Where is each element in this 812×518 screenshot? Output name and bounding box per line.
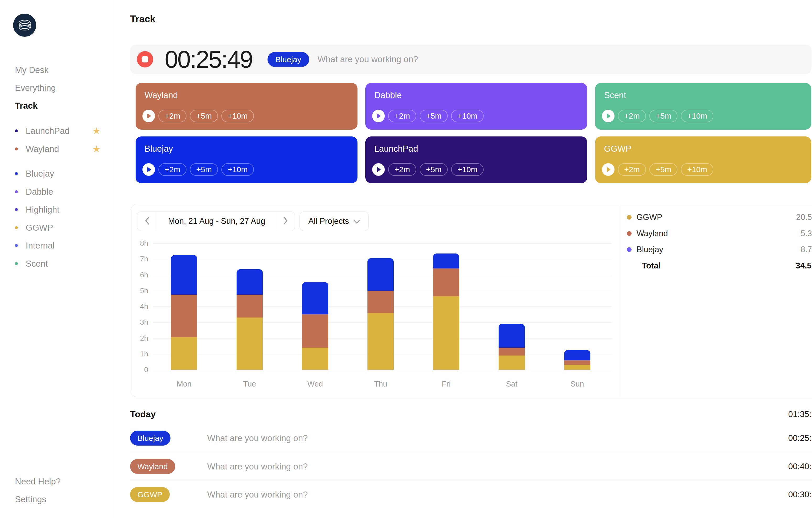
bar-segment-wayland <box>171 295 197 337</box>
play-icon[interactable] <box>372 110 385 122</box>
play-icon[interactable] <box>372 163 385 176</box>
entry-time: 00:25:0 <box>711 424 812 452</box>
entry-description[interactable]: What are you working on? <box>207 424 308 452</box>
sidebar-item-need-help-[interactable]: Need Help? <box>15 472 111 490</box>
quick-card-actions: +2m+5m+10m <box>372 163 484 176</box>
add-5m-chip[interactable]: +5m <box>190 110 218 122</box>
y-axis-tick: 6h <box>131 271 148 279</box>
sidebar-project-highlight[interactable]: Highlight <box>0 200 115 219</box>
sidebar-project-scent[interactable]: Scent <box>0 254 115 273</box>
today-entry-bluejay[interactable]: BluejayWhat are you working on?00:25:0 <box>130 424 812 452</box>
legend-label: Bluejay <box>637 241 663 258</box>
bar-segment-ggwp <box>302 348 328 370</box>
add-10m-chip[interactable]: +10m <box>451 110 484 122</box>
sidebar-item-everything[interactable]: Everything <box>15 79 111 97</box>
sidebar-project-internal[interactable]: Internal <box>0 237 115 254</box>
sidebar-item-my-desk[interactable]: My Desk <box>15 61 111 79</box>
add-5m-chip[interactable]: +5m <box>419 110 448 122</box>
add-10m-chip[interactable]: +10m <box>681 110 714 122</box>
timer-description-input[interactable] <box>317 54 712 64</box>
add-10m-chip[interactable]: +10m <box>451 163 484 176</box>
play-icon[interactable] <box>142 110 155 122</box>
bar-segment-ggwp <box>564 365 590 370</box>
sidebar-item-track[interactable]: Track <box>15 97 111 115</box>
sidebar-project-launchpad[interactable]: LaunchPad★ <box>0 122 115 140</box>
sidebar-item-settings[interactable]: Settings <box>15 490 111 508</box>
chevron-left-icon <box>144 216 150 226</box>
entry-project-pill[interactable]: Bluejay <box>130 431 171 445</box>
project-filter-label: All Projects <box>308 217 349 226</box>
next-week-button[interactable] <box>276 212 295 231</box>
quick-card-scent[interactable]: Scent+2m+5m+10m <box>595 83 811 130</box>
add-2m-chip[interactable]: +2m <box>618 163 646 176</box>
add-10m-chip[interactable]: +10m <box>221 163 254 176</box>
today-entry-ggwp[interactable]: GGWPWhat are you working on?00:30:0 <box>130 480 812 509</box>
add-2m-chip[interactable]: +2m <box>388 163 416 176</box>
legend-label: Wayland <box>637 225 668 242</box>
y-axis-tick: 0 <box>131 365 148 374</box>
add-2m-chip[interactable]: +2m <box>158 110 186 122</box>
entry-time: 00:40:0 <box>711 453 812 481</box>
project-color-dot <box>15 147 18 151</box>
bar-segment-wayland <box>499 348 525 356</box>
project-filter-dropdown[interactable]: All Projects <box>299 212 369 231</box>
chevron-down-icon <box>353 217 360 226</box>
quick-card-launchpad[interactable]: LaunchPad+2m+5m+10m <box>365 136 587 183</box>
week-navigator: Mon, 21 Aug - Sun, 27 Aug <box>137 212 295 231</box>
bar-fri <box>433 253 459 370</box>
sidebar-project-label: GGWP <box>26 219 53 237</box>
add-5m-chip[interactable]: +5m <box>649 110 677 122</box>
x-axis-label: Tue <box>231 379 268 388</box>
sidebar-project-bluejay[interactable]: Bluejay <box>0 165 115 183</box>
add-10m-chip[interactable]: +10m <box>681 163 714 176</box>
sidebar-project-dabble[interactable]: Dabble <box>0 183 115 201</box>
sidebar-project-label: Dabble <box>26 183 53 201</box>
project-color-dot <box>15 226 18 229</box>
quick-card-name: LaunchPad <box>374 144 418 154</box>
quick-card-actions: +2m+5m+10m <box>602 110 714 122</box>
add-5m-chip[interactable]: +5m <box>649 163 677 176</box>
quick-card-actions: +2m+5m+10m <box>602 163 714 176</box>
sidebar-project-ggwp[interactable]: GGWP <box>0 219 115 237</box>
play-icon[interactable] <box>602 110 614 122</box>
project-color-dot <box>15 208 18 211</box>
project-color-dot <box>15 190 18 193</box>
entry-description[interactable]: What are you working on? <box>207 481 308 509</box>
add-2m-chip[interactable]: +2m <box>388 110 416 122</box>
legend-label: GGWP <box>637 209 662 225</box>
quick-card-actions: +2m+5m+10m <box>372 110 484 122</box>
quick-card-ggwp[interactable]: GGWP+2m+5m+10m <box>595 136 811 183</box>
stop-icon <box>142 56 148 62</box>
y-axis-tick: 1h <box>131 350 148 358</box>
bar-segment-bluejay <box>237 269 263 294</box>
play-icon[interactable] <box>602 163 614 176</box>
quick-card-wayland[interactable]: Wayland+2m+5m+10m <box>136 83 357 130</box>
report-panel: Mon, 21 Aug - Sun, 27 Aug All Projects 0… <box>130 204 812 397</box>
today-entry-wayland[interactable]: WaylandWhat are you working on?00:40:0 <box>130 452 812 481</box>
date-range-label: Mon, 21 Aug - Sun, 27 Aug <box>157 212 276 231</box>
add-5m-chip[interactable]: +5m <box>190 163 218 176</box>
quick-card-bluejay[interactable]: Bluejay+2m+5m+10m <box>136 136 357 183</box>
quick-card-actions: +2m+5m+10m <box>142 110 254 122</box>
timer-project-pill[interactable]: Bluejay <box>267 52 309 67</box>
stop-timer-button[interactable] <box>137 51 153 67</box>
add-2m-chip[interactable]: +2m <box>158 163 186 176</box>
page-title: Track <box>130 13 155 25</box>
project-color-dot <box>15 172 18 175</box>
quick-card-name: Scent <box>604 90 626 100</box>
entry-project-pill[interactable]: GGWP <box>130 487 170 502</box>
star-icon[interactable]: ★ <box>91 122 102 140</box>
sidebar-project-wayland[interactable]: Wayland★ <box>0 140 115 158</box>
quick-card-name: Dabble <box>374 90 402 100</box>
add-2m-chip[interactable]: +2m <box>618 110 646 122</box>
entry-project-pill[interactable]: Wayland <box>130 459 175 474</box>
sidebar-project-label: Wayland <box>26 140 59 158</box>
play-icon[interactable] <box>142 163 155 176</box>
add-5m-chip[interactable]: +5m <box>419 163 448 176</box>
entry-description[interactable]: What are you working on? <box>207 453 308 481</box>
legend-value: 8.7h <box>712 241 812 258</box>
add-10m-chip[interactable]: +10m <box>221 110 254 122</box>
quick-card-dabble[interactable]: Dabble+2m+5m+10m <box>365 83 587 130</box>
prev-week-button[interactable] <box>137 212 157 231</box>
star-icon[interactable]: ★ <box>91 140 102 158</box>
